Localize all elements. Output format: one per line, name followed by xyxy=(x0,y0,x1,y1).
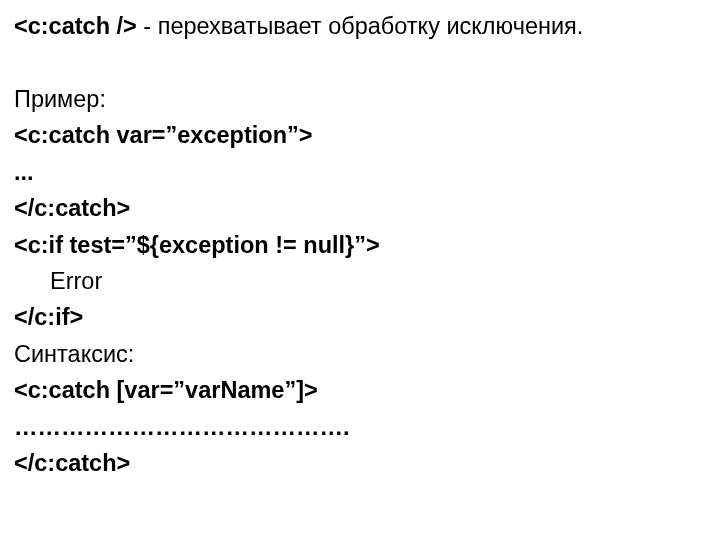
document-body: <c:catch /> - перехватывает обработку ис… xyxy=(0,0,720,481)
line-7: <c:if test=”${exception != null}”> xyxy=(14,227,706,263)
code-tag: </c:if> xyxy=(14,304,83,330)
code-tag: <c:catch [var=”varName”]> xyxy=(14,377,318,403)
line-5: ... xyxy=(14,154,706,190)
text: - перехватывает обработку исключения. xyxy=(137,13,584,39)
line-8: Error xyxy=(14,263,706,299)
line-4: <c:catch var=”exception”> xyxy=(14,117,706,153)
line-10: Синтаксис: xyxy=(14,336,706,372)
line-1: <c:catch /> - перехватывает обработку ис… xyxy=(14,8,706,44)
line-3: Пример: xyxy=(14,81,706,117)
text: Синтаксис: xyxy=(14,341,134,367)
blank-line xyxy=(14,44,706,80)
code-tag: </c:catch> xyxy=(14,195,130,221)
code-tag: </c:catch> xyxy=(14,450,130,476)
line-9: </c:if> xyxy=(14,299,706,335)
text: Error xyxy=(50,268,102,294)
code-tag: ... xyxy=(14,159,34,185)
line-6: </c:catch> xyxy=(14,190,706,226)
code-tag: <c:catch /> xyxy=(14,13,137,39)
line-11: <c:catch [var=”varName”]> xyxy=(14,372,706,408)
code-tag: <c:if test=”${exception != null}”> xyxy=(14,232,380,258)
text: Пример: xyxy=(14,86,106,112)
ellipsis: ……………………………………. xyxy=(14,414,350,440)
code-tag: <c:catch var=”exception”> xyxy=(14,122,312,148)
line-12: ……………………………………. xyxy=(14,409,706,445)
line-13: </c:catch> xyxy=(14,445,706,481)
